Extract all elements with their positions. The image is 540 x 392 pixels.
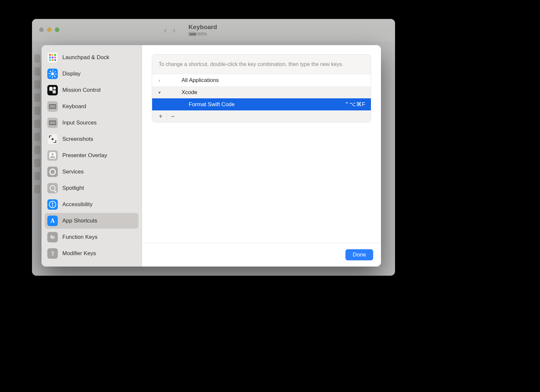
tree-row-all-applications[interactable]: › All Applications <box>152 74 371 86</box>
app-shortcuts-icon: A <box>47 216 58 226</box>
launchpad-icon <box>47 52 58 63</box>
traffic-lights <box>39 27 59 32</box>
function-keys-icon: fn <box>47 232 58 242</box>
sidebar-item-mission-control[interactable]: Mission Control <box>45 82 138 98</box>
battery-icon <box>188 32 196 36</box>
sidebar-item-input-sources[interactable]: Input Sources <box>45 115 138 131</box>
shortcuts-list: To change a shortcut, double-click the k… <box>152 54 371 122</box>
shortcuts-sheet: Launchpad & Dock Display Mission Control… <box>41 45 381 267</box>
window-title: Keyboard <box>188 24 217 31</box>
sidebar-item-presenter-overlay[interactable]: Presenter Overlay <box>45 148 138 163</box>
done-button-label: Done <box>353 252 366 258</box>
spotlight-icon <box>47 183 58 193</box>
screenshots-icon <box>47 134 58 144</box>
sidebar-item-label: Modifier Keys <box>62 250 96 257</box>
sidebar-item-accessibility[interactable]: Accessibility <box>45 197 138 212</box>
remove-button[interactable]: − <box>168 112 177 121</box>
sidebar-item-label: Display <box>62 71 81 77</box>
accessibility-icon <box>47 199 58 210</box>
tree-label: Xcode <box>182 89 197 96</box>
sidebar-item-label: Screenshots <box>62 136 93 142</box>
category-sidebar: Launchpad & Dock Display Mission Control… <box>41 45 142 267</box>
back-button[interactable]: ‹ <box>164 25 167 35</box>
sidebar-item-label: Launchpad & Dock <box>62 54 109 61</box>
presenter-overlay-icon <box>47 150 58 161</box>
sidebar-item-label: Accessibility <box>62 201 93 208</box>
sheet-footer: Done <box>142 243 381 267</box>
sidebar-item-function-keys[interactable]: fn Function Keys <box>45 229 138 245</box>
bg-window-header: ‹ › Keyboard 99% <box>32 19 395 41</box>
forward-button[interactable]: › <box>173 25 176 35</box>
done-button[interactable]: Done <box>345 249 373 260</box>
sidebar-item-label: Keyboard <box>62 103 86 110</box>
battery-percent: 99% <box>198 31 207 37</box>
sidebar-item-label: Input Sources <box>62 120 97 126</box>
list-toolbar: + − <box>152 110 371 122</box>
close-button[interactable] <box>39 27 44 32</box>
mission-control-icon <box>47 85 58 95</box>
tree-label: All Applications <box>182 77 219 84</box>
sidebar-item-keyboard[interactable]: Keyboard <box>45 99 138 114</box>
sidebar-item-label: Services <box>62 169 84 175</box>
sidebar-item-launchpad-dock[interactable]: Launchpad & Dock <box>45 50 138 65</box>
sidebar-item-label: App Shortcuts <box>62 218 97 224</box>
sidebar-item-label: Presenter Overlay <box>62 152 107 159</box>
input-sources-icon <box>47 118 58 128</box>
shortcut-key-combo[interactable]: ⌃⌥⌘F <box>344 101 366 108</box>
modifier-keys-icon: ⇧ <box>47 248 58 259</box>
bg-sidebar-strip <box>32 51 42 269</box>
main-content: To change a shortcut, double-click the k… <box>142 45 381 267</box>
sidebar-item-label: Mission Control <box>62 87 101 93</box>
sidebar-item-screenshots[interactable]: Screenshots <box>45 131 138 147</box>
title-block: Keyboard 99% <box>188 24 217 37</box>
sidebar-item-modifier-keys[interactable]: ⇧ Modifier Keys <box>45 246 138 261</box>
hint-text: To change a shortcut, double-click the k… <box>152 55 371 74</box>
sidebar-item-label: Function Keys <box>62 234 98 240</box>
services-icon <box>47 167 58 177</box>
tree-row-xcode[interactable]: ▾ Xcode <box>152 86 371 98</box>
nav-arrows: ‹ › Keyboard 99% <box>164 24 217 37</box>
keyboard-icon <box>47 101 58 112</box>
chevron-right-icon: › <box>156 78 163 83</box>
tree-label: Format Swift Code <box>189 101 235 108</box>
maximize-button[interactable] <box>55 27 59 32</box>
battery-status: 99% <box>188 31 217 37</box>
sidebar-item-spotlight[interactable]: Spotlight <box>45 180 138 196</box>
plus-icon: + <box>159 113 163 120</box>
minimize-button[interactable] <box>47 27 52 32</box>
sidebar-item-display[interactable]: Display <box>45 66 138 82</box>
add-button[interactable]: + <box>156 112 165 121</box>
minus-icon: − <box>171 113 175 120</box>
display-icon <box>47 69 58 79</box>
sidebar-item-label: Spotlight <box>62 185 84 191</box>
toolbar-divider <box>167 113 167 120</box>
sidebar-item-app-shortcuts[interactable]: A App Shortcuts <box>45 213 138 229</box>
sidebar-item-services[interactable]: Services <box>45 164 138 180</box>
tree-row-format-swift-code[interactable]: Format Swift Code ⌃⌥⌘F <box>152 98 371 110</box>
chevron-down-icon: ▾ <box>156 90 163 95</box>
